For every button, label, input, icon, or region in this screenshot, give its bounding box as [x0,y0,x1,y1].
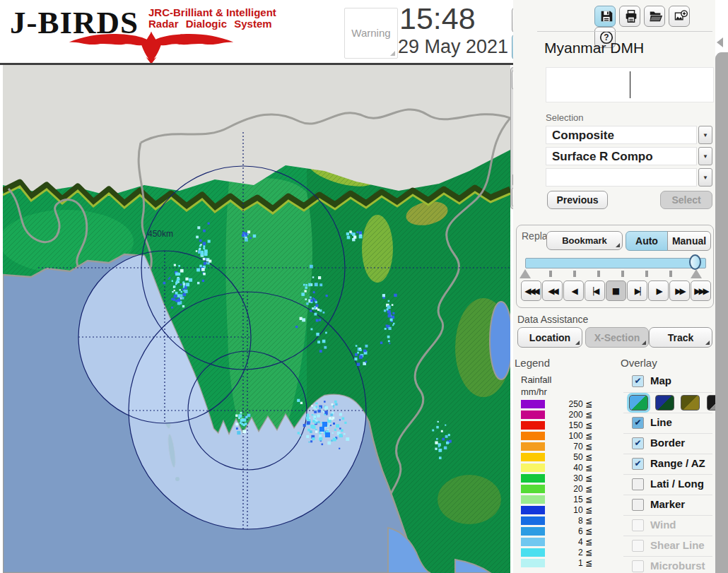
fast-forward-button[interactable]: ▶▶ [669,280,690,301]
shear-line-checkbox[interactable] [632,540,644,552]
overlay-item-wind: Wind [623,515,712,536]
legend-swatch [521,527,545,536]
auto-button[interactable]: Auto [626,231,668,251]
play-button[interactable]: ▶ [648,280,669,301]
slider-tick [597,271,600,277]
map-style-navy-darkgreen[interactable] [655,395,674,410]
overlay-item-map: ✔Map [623,372,712,392]
replay-slider-track[interactable] [525,258,706,268]
collapsed-panel-strip[interactable] [715,52,728,573]
range-az-checkbox[interactable]: ✔ [632,458,644,470]
stop-button[interactable]: ■ [606,280,626,301]
legend-row: 100 ≦ [513,431,605,442]
legend-row: 15 ≦ [513,495,605,505]
legend-row: 40 ≦ [513,463,605,473]
product-category-dropdown[interactable]: Composite [546,126,697,144]
site-input[interactable] [546,67,714,102]
radar-map[interactable]: 450km [3,65,510,573]
line-checkbox[interactable]: ✔ [632,417,644,429]
legend-value: 50 ≦ [547,452,592,462]
save-button[interactable] [594,6,616,27]
previous-button[interactable]: Previous [547,191,608,209]
skip-start-button[interactable]: ◀◀◀ [521,280,541,301]
add-image-button[interactable] [669,6,690,27]
map-checkbox[interactable]: ✔ [632,375,644,387]
legend-value: 70 ≦ [547,442,592,451]
legend-value: 15 ≦ [547,495,592,504]
chevron-down-icon[interactable]: ▼ [698,126,712,144]
print-icon [623,16,639,26]
replay-slider-handle[interactable] [689,254,701,270]
border-checkbox[interactable]: ✔ [632,437,644,449]
legend-value: 10 ≦ [547,505,592,515]
range-start-marker[interactable] [519,269,531,278]
overlay-item-range-az: ✔Range / AZ [623,454,712,475]
text-caret [630,71,630,98]
skip-end-button[interactable]: ▶▶▶ [691,280,711,301]
select-button[interactable]: Select [660,191,712,209]
product-option-dropdown[interactable] [546,168,697,187]
next-frame-button[interactable]: ▶| [627,280,647,301]
legend-value: 20 ≦ [547,484,592,494]
bookmark-label: Bookmark [562,235,607,246]
warning-dropdown[interactable]: Warning [344,8,398,59]
open-folder-button[interactable] [644,6,665,27]
overlay-item-border: ✔Border [623,433,712,454]
slider-tick [645,271,648,277]
overlay-item-lati-long: Lati / Long [623,474,712,495]
collapse-arrow-icon[interactable] [717,37,723,47]
step-back-button[interactable]: ◀ [563,280,584,301]
range-end-marker[interactable] [691,269,702,278]
bookmark-button[interactable]: Bookmark [546,231,623,250]
selection-label: Selection [546,112,583,123]
chevron-down-icon[interactable]: ▼ [698,147,712,165]
chevron-down-icon[interactable]: ▼ [698,168,712,187]
fast-rewind-button[interactable]: ◀◀ [542,280,563,301]
lati-long-checkbox[interactable] [632,478,644,490]
overlay-item-microburst: Microburst [623,556,712,573]
legend-row: 10 ≦ [513,505,605,516]
legend-label: Legend [515,357,550,369]
legend-value: 100 ≦ [547,431,592,441]
overlay-item-line: ✔Line [623,413,712,434]
menu-corner-icon [616,243,620,247]
location-button[interactable]: Location [517,327,582,348]
slider-tick [669,271,672,277]
legend-title-line2: mm/hr [521,386,547,397]
legend-value: 8 ≦ [547,516,592,526]
overlay-item-shear-line: Shear Line [623,536,712,557]
legend-value: 200 ≦ [547,410,592,420]
slider-tick [621,271,624,277]
replay-panel: Replay Bookmark Auto Manual ◀◀◀◀◀◀|◀■▶|▶… [516,225,714,308]
logo-subtitle-line2: Radar Dialogic System [148,18,276,30]
legend-swatch [521,432,545,440]
print-button[interactable] [619,6,640,27]
legend-value: 2 ≦ [547,548,592,557]
clock-time: 15:48 [399,1,476,36]
wind-checkbox[interactable] [632,519,644,531]
product-type-dropdown[interactable]: Surface R Compo [546,147,697,165]
legend-swatch [521,538,545,546]
marker-checkbox[interactable] [632,499,644,511]
logo-subtitle: JRC-Brilliant & Intelligent Radar Dialog… [148,7,276,30]
legend-swatch [521,516,545,525]
legend-value: 30 ≦ [547,473,592,483]
manual-button[interactable]: Manual [667,231,711,251]
map-style-blue-green[interactable] [629,395,648,410]
microburst-checkbox[interactable] [632,560,644,572]
legend-row: 2 ≦ [513,548,605,558]
map-style-olive-gold[interactable] [681,395,700,410]
legend-row: 200 ≦ [513,410,605,420]
slider-tick [549,271,552,277]
track-button[interactable]: Track [649,327,712,348]
legend-row: 4 ≦ [513,537,605,548]
legend-row: 30 ≦ [513,473,605,484]
legend-row: 70 ≦ [513,442,605,452]
legend-row: 8 ≦ [513,516,605,526]
prev-frame-button[interactable]: |◀ [585,280,605,301]
x-section-button[interactable]: X-Section [585,327,649,348]
legend-swatch [521,421,545,430]
legend-swatch [521,410,545,419]
legend-value: 250 ≦ [547,399,592,409]
marker-label: Marker [650,498,685,510]
